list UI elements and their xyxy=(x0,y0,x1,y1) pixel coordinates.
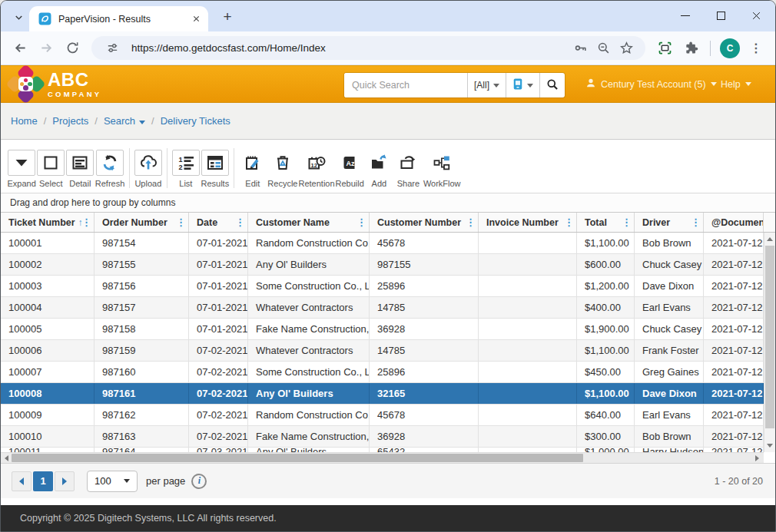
column-header-customer-name[interactable]: Customer Name⋮ xyxy=(248,213,370,232)
column-header-ticket-number[interactable]: Ticket Number↑⋮ xyxy=(1,213,95,232)
tab-close-icon[interactable] xyxy=(190,13,202,25)
column-header-order-number[interactable]: Order Number⋮ xyxy=(95,213,189,232)
scroll-up-icon[interactable] xyxy=(764,233,775,244)
new-tab-button[interactable]: + xyxy=(217,7,237,27)
toolbar-separator xyxy=(234,148,234,188)
column-header-date[interactable]: Date⋮ xyxy=(189,213,248,232)
column-menu-icon[interactable]: ⋮ xyxy=(691,216,701,228)
toolbar-button-results[interactable]: Results xyxy=(201,150,229,188)
column-menu-icon[interactable]: ⋮ xyxy=(466,216,476,228)
scroll-left-icon[interactable] xyxy=(1,453,12,463)
maximize-button[interactable] xyxy=(703,1,738,30)
browser-tab[interactable]: PaperVision - Results xyxy=(29,6,208,31)
table-row[interactable]: 10000798716007-02-2021Some Construction … xyxy=(1,362,764,383)
abc-company-logo[interactable]: ABC COMPANY xyxy=(12,70,101,98)
footer-gap xyxy=(1,498,775,505)
breadcrumb-item-search[interactable]: Search xyxy=(104,115,145,127)
column-header-document-c[interactable]: @Document C xyxy=(704,213,764,232)
bookmark-star-icon[interactable] xyxy=(615,37,638,60)
table-row[interactable]: 10000398715607-01-2021Some Construction … xyxy=(1,276,764,297)
column-header-driver[interactable]: Driver⋮ xyxy=(635,213,704,232)
toolbar-button-expand[interactable]: Expand xyxy=(8,150,36,188)
browser-menu-icon[interactable]: ⋮ xyxy=(743,35,769,61)
minimize-button[interactable] xyxy=(668,1,703,30)
site-settings-icon[interactable] xyxy=(101,37,124,60)
horizontal-scroll-thumb[interactable] xyxy=(12,454,583,462)
column-menu-icon[interactable]: ⋮ xyxy=(622,216,632,228)
table-row[interactable]: 10000198715407-01-2021Random Constructio… xyxy=(1,233,764,254)
column-header-invoice-number[interactable]: Invoice Number⋮ xyxy=(479,213,577,232)
zoom-out-icon[interactable] xyxy=(592,37,615,60)
next-page-button[interactable] xyxy=(55,471,75,491)
column-menu-icon[interactable]: ⋮ xyxy=(176,216,186,228)
device-filter-dropdown[interactable] xyxy=(506,73,539,97)
table-row[interactable]: 10000698715907-02-2021Whatever Contracto… xyxy=(1,340,764,362)
table-row[interactable]: 10000298715507-01-2021Any Ol' Builders98… xyxy=(1,254,764,276)
cell-document-c: 2021-07-12 1 xyxy=(704,362,764,382)
profile-avatar[interactable]: C xyxy=(717,35,743,61)
current-page-button[interactable]: 1 xyxy=(33,471,53,491)
scroll-down-icon[interactable] xyxy=(764,440,775,451)
toolbar-button-share[interactable]: Share xyxy=(394,150,423,188)
toolbar-button-workflow[interactable]: WorkFlow xyxy=(423,150,461,188)
address-bar[interactable]: https://demo.getdocsfast.com/Home/Index xyxy=(91,36,645,60)
search-button[interactable] xyxy=(539,73,565,97)
column-header-customer-number[interactable]: Customer Number⋮ xyxy=(370,213,479,232)
add-icon xyxy=(365,150,393,176)
column-header-total[interactable]: Total⋮ xyxy=(577,213,635,232)
toolbar-button-rebuild[interactable]: AzRebuild xyxy=(336,150,364,188)
previous-page-button[interactable] xyxy=(12,471,32,491)
breadcrumb-item-delivery-tickets[interactable]: Delivery Tickets xyxy=(161,115,230,127)
password-key-icon[interactable] xyxy=(569,37,592,60)
table-row[interactable]: 10000998716207-02-2021Random Constructio… xyxy=(1,405,764,426)
table-row[interactable]: 10001098716307-02-2021Fake Name Construc… xyxy=(1,426,764,448)
screen-capture-icon[interactable] xyxy=(652,35,678,61)
reload-icon[interactable] xyxy=(59,35,85,61)
close-button[interactable] xyxy=(738,1,774,30)
toolbar-button-retention[interactable]: 12Retention xyxy=(298,150,334,188)
vertical-scroll-thumb[interactable] xyxy=(765,246,774,428)
cell-document-c: 2021-07-12 1 xyxy=(704,254,764,275)
search-scope-dropdown[interactable]: [All] xyxy=(467,73,506,97)
edit-icon xyxy=(239,150,267,176)
horizontal-scrollbar[interactable] xyxy=(1,452,764,463)
column-menu-icon[interactable]: ⋮ xyxy=(564,216,574,228)
group-by-dropzone[interactable]: Drag and drop here to group by columns xyxy=(1,193,775,213)
retention-icon: 12 xyxy=(303,150,330,176)
toolbar-button-edit[interactable]: Edit xyxy=(238,150,267,188)
tab-search-chevron-icon[interactable] xyxy=(8,7,28,27)
cell-customer-number: 14785 xyxy=(370,297,479,318)
breadcrumb-item-projects[interactable]: Projects xyxy=(52,115,88,127)
breadcrumb-item-home[interactable]: Home xyxy=(11,115,38,127)
toolbar-button-detail[interactable]: Detail xyxy=(66,150,95,188)
help-menu[interactable]: Help xyxy=(721,66,751,102)
account-menu[interactable]: Century Test Account (5) xyxy=(585,66,717,102)
toolbar-button-select[interactable]: Select xyxy=(37,150,65,188)
extensions-puzzle-icon[interactable] xyxy=(678,35,704,61)
quick-search-input[interactable] xyxy=(344,73,467,97)
url-text[interactable]: https://demo.getdocsfast.com/Home/Index xyxy=(131,42,569,54)
back-icon[interactable] xyxy=(7,35,33,61)
table-row[interactable]: 10000498715707-01-2021Whatever Contracto… xyxy=(1,297,764,319)
table-row[interactable]: 10000598715807-01-2021Fake Name Construc… xyxy=(1,319,764,340)
column-menu-icon[interactable]: ⋮ xyxy=(235,216,245,228)
column-menu-icon[interactable]: ⋮ xyxy=(356,216,366,228)
vertical-scrollbar[interactable] xyxy=(764,233,775,452)
toolbar-button-recycle[interactable]: Recycle xyxy=(267,150,297,188)
forward-icon[interactable] xyxy=(33,35,59,61)
toolbar-button-add[interactable]: Add xyxy=(365,150,393,188)
page-size-select[interactable]: 100 xyxy=(87,471,138,492)
cell-total: $1,100.00 xyxy=(577,340,635,361)
toolbar-button-upload[interactable]: Upload xyxy=(134,150,162,188)
info-icon[interactable]: i xyxy=(191,474,207,489)
cell-ticket-number: 100010 xyxy=(1,426,95,447)
device-icon xyxy=(512,78,523,93)
toolbar-button-refresh[interactable]: Refresh xyxy=(95,150,125,188)
toolbar-button-label: Edit xyxy=(245,179,260,188)
toolbar-button-list[interactable]: 12List xyxy=(171,150,200,188)
table-row-selected[interactable]: 10000898716107-02-2021Any Ol' Builders32… xyxy=(1,383,764,405)
user-icon xyxy=(585,78,596,91)
column-menu-icon[interactable]: ⋮ xyxy=(81,216,91,228)
scroll-right-icon[interactable] xyxy=(751,453,762,463)
cell-order-number: 987157 xyxy=(95,297,189,318)
